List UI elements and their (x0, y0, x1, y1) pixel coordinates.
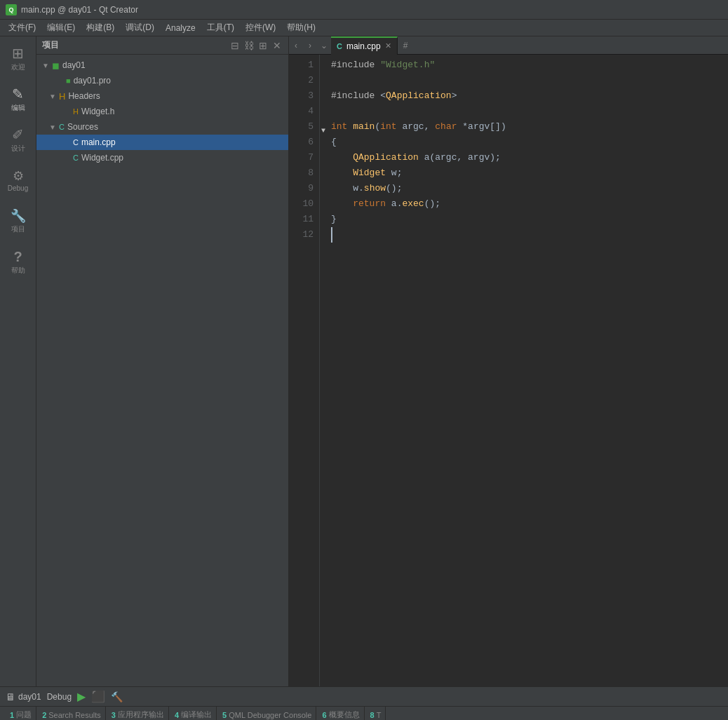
status-t[interactable]: 8 T (366, 707, 386, 720)
file-tree: ▼ ◼ day01 ■ day01.pro ▼ H Headers H Widg… (36, 55, 288, 686)
tab-nav-down[interactable]: ⌄ (317, 36, 331, 55)
file-icon-maincpp: C (73, 138, 79, 147)
tree-item-sources[interactable]: ▼ C Sources (36, 119, 288, 135)
code-brace-open: { (331, 135, 337, 150)
debug-icon: ⚙ (13, 170, 24, 182)
editor-content[interactable]: 1 2 3 4 5 6 7 8 9 10 11 12 #include "Wid… (289, 55, 728, 686)
sidebar-item-project[interactable]: 🔧 项目 (1, 202, 35, 241)
line-num-9: 9 (289, 181, 314, 196)
code-semi-10: (); (424, 196, 440, 212)
status-search[interactable]: 2 Search Results (38, 707, 106, 720)
status-num-2: 2 (42, 711, 46, 719)
tab-close-btn[interactable]: ✕ (385, 41, 391, 50)
titlebar: Q main.cpp @ day01 - Qt Creator (0, 0, 728, 20)
code-kw-char: char (435, 119, 462, 135)
welcome-icon: ⊞ (12, 46, 24, 60)
status-label-build-output: 编译输出 (181, 709, 212, 720)
sidebar-item-edit[interactable]: ✎ 编辑 (1, 80, 35, 119)
status-label-t: T (377, 711, 382, 719)
status-label-problems: 问题 (16, 709, 32, 720)
file-icon-widgeth: H (73, 107, 79, 116)
code-indent-9 (331, 181, 353, 196)
sidebar-item-welcome[interactable]: ⊞ 欢迎 (1, 39, 35, 79)
tab-nav-left[interactable]: ‹ (289, 36, 303, 55)
status-problems[interactable]: 1 问题 (6, 707, 36, 720)
status-label-qml: QML Debugger Console (229, 711, 311, 719)
folder-icon-day01: ◼ (52, 60, 60, 71)
code-line-7: QApplication a(argc, argv); (331, 150, 728, 165)
status-app-output[interactable]: 3 应用程序输出 (107, 707, 169, 720)
menu-file[interactable]: 文件(F) (3, 20, 41, 35)
sidebar-item-help[interactable]: ? 帮助 (1, 243, 35, 282)
target-label: day01 (18, 692, 41, 702)
tree-item-widgetcpp[interactable]: C Widget.cpp (36, 150, 288, 165)
sidebar-label-debug: Debug (8, 184, 28, 192)
code-fn-exec: exec (402, 196, 424, 212)
status-label-search: Search Results (48, 711, 101, 719)
code-bracket-close-3: > (452, 88, 457, 104)
menu-edit[interactable]: 编辑(E) (41, 20, 81, 35)
build-button[interactable]: 🔨 (111, 691, 123, 702)
code-var-a: a(argc, argv); (424, 150, 501, 165)
status-build-output[interactable]: 4 编译输出 (170, 707, 217, 720)
bottom-target: 🖥 day01 Debug ▶ ⬛ 🔨 (0, 686, 728, 706)
sidebar-label-welcome: 欢迎 (11, 62, 25, 72)
menu-tools[interactable]: 工具(T) (201, 20, 240, 35)
code-kw-int2: int (380, 119, 402, 135)
monitor-icon: 🖥 (6, 691, 15, 702)
code-line-10: return a.exec(); (331, 196, 728, 212)
line-num-7: 7 (289, 150, 314, 165)
add-btn[interactable]: ⊞ (257, 40, 269, 51)
design-icon: ✐ (12, 128, 24, 142)
arrow-day01: ▼ (42, 62, 50, 69)
code-fn-main: main (353, 119, 375, 135)
code-line-5: ▼ int main(int argc, char *argv[]) (331, 119, 728, 135)
menu-controls[interactable]: 控件(W) (240, 20, 281, 35)
folder-icon-headers: H (59, 91, 65, 102)
link-btn[interactable]: ⛓ (243, 40, 255, 51)
tab-icon: C (337, 42, 342, 50)
code-indent-7 (331, 150, 353, 165)
folder-icon-sources: C (59, 123, 65, 131)
tree-item-day01pro[interactable]: ■ day01.pro (36, 73, 288, 88)
menu-help[interactable]: 帮助(H) (281, 20, 321, 35)
status-num-8: 8 (370, 711, 375, 719)
tree-item-day01[interactable]: ▼ ◼ day01 (36, 57, 288, 73)
tree-item-maincpp[interactable]: C main.cpp (36, 135, 288, 150)
stop-button[interactable]: ⬛ (91, 690, 105, 703)
code-brace-close: } (331, 212, 337, 227)
run-button[interactable]: ▶ (77, 690, 86, 703)
code-kw-int: int (331, 119, 353, 135)
code-argv: *argv[]) (462, 119, 506, 135)
close-btn[interactable]: ✕ (271, 40, 283, 51)
fold-arrow-5[interactable]: ▼ (321, 123, 325, 139)
code-include-3: #include (331, 88, 380, 104)
menu-debug[interactable]: 调试(D) (120, 20, 160, 35)
status-label-app-output: 应用程序输出 (118, 709, 164, 720)
tab-nav-right[interactable]: › (303, 36, 317, 55)
code-line-9: w.show(); (331, 181, 728, 196)
editor-tabs: ‹ › ⌄ C main.cpp ✕ # (289, 36, 728, 55)
status-summary[interactable]: 6 概要信息 (318, 707, 364, 720)
editor-tab-maincpp[interactable]: C main.cpp ✕ (331, 36, 398, 55)
code-str-1: "Widget.h" (380, 57, 435, 73)
menubar: 文件(F) 编辑(E) 构建(B) 调试(D) Analyze 工具(T) 控件… (0, 20, 728, 36)
sidebar-item-design[interactable]: ✐ 设计 (1, 121, 35, 160)
tree-item-widgeth[interactable]: H Widget.h (36, 104, 288, 119)
code-var-w: w; (391, 165, 403, 181)
code-indent-10 (331, 196, 353, 212)
code-line-1: #include "Widget.h" (331, 57, 728, 73)
menu-analyze[interactable]: Analyze (160, 22, 201, 34)
file-icon-widgetcpp: C (73, 154, 79, 162)
code-argc: argc, (402, 119, 435, 135)
status-qml-debugger[interactable]: 5 QML Debugger Console (218, 707, 316, 720)
line-num-5: 5 (289, 119, 314, 135)
code-area[interactable]: #include "Widget.h" #include <QApplicati… (320, 55, 728, 686)
help-icon: ? (13, 250, 22, 264)
status-num-6: 6 (322, 711, 326, 719)
tree-item-headers[interactable]: ▼ H Headers (36, 88, 288, 104)
sidebar-item-debug[interactable]: ⚙ Debug (1, 161, 35, 201)
menu-build[interactable]: 构建(B) (81, 20, 120, 35)
code-line-12 (331, 227, 728, 243)
filter-btn[interactable]: ⊟ (229, 40, 241, 51)
